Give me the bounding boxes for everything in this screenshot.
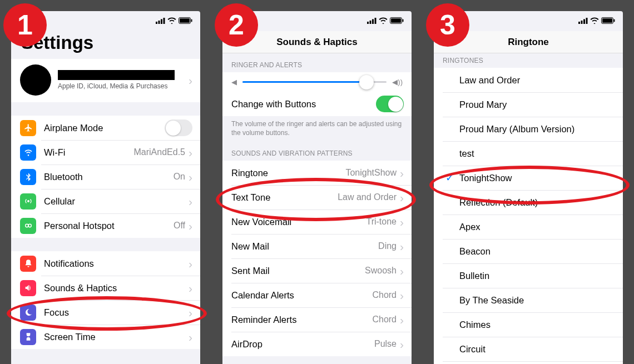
chevron-right-icon: › <box>400 192 404 203</box>
chevron-right-icon: › <box>400 167 404 179</box>
screentime-icon <box>20 329 36 345</box>
voicemail-row[interactable]: New Voicemail Tri-tone › <box>222 210 412 234</box>
newmail-row[interactable]: New Mail Ding › <box>222 234 412 258</box>
hotspot-label: Personal Hotspot <box>44 221 174 231</box>
calendar-row[interactable]: Calendar Alerts Chord › <box>222 283 412 307</box>
volume-slider-row[interactable]: ◀ ◀)) <box>222 72 412 92</box>
airplane-toggle[interactable] <box>165 119 192 136</box>
volume-slider[interactable] <box>242 81 387 83</box>
hotspot-row[interactable]: Personal Hotspot Off › <box>11 213 200 238</box>
ringtone-item-label: Reflection (Default) <box>459 197 615 208</box>
ringtone-label: Ringtone <box>231 168 345 178</box>
wifi-row[interactable]: Wi-Fi MariAndEd.5 › <box>11 140 200 164</box>
apple-id-row[interactable]: Apple ID, iCloud, Media & Purchases › <box>11 59 200 102</box>
sentmail-row[interactable]: Sent Mail Swoosh › <box>222 258 412 283</box>
chevron-right-icon: › <box>400 241 404 252</box>
chevron-right-icon: › <box>400 265 404 277</box>
svg-rect-18 <box>581 21 583 24</box>
svg-rect-6 <box>191 19 192 22</box>
reminder-value: Chord <box>372 315 397 325</box>
cellular-label: Cellular <box>44 196 189 207</box>
chevron-right-icon: › <box>400 216 404 228</box>
wifi-settings-icon <box>20 144 36 161</box>
focus-label: Focus <box>44 307 189 318</box>
ringtone-item[interactable]: Reflection (Default) <box>434 190 623 215</box>
chevron-right-icon: › <box>400 290 404 301</box>
ringtone-item[interactable]: test <box>434 141 623 166</box>
reminder-label: Reminder Alerts <box>231 315 372 325</box>
ringtone-item-label: Beacon <box>459 246 615 257</box>
step-badge-3: 3 <box>426 3 469 47</box>
change-with-buttons-row[interactable]: Change with Buttons <box>222 92 412 116</box>
chevron-right-icon: › <box>400 338 404 350</box>
chevron-right-icon: › <box>189 196 192 207</box>
ringtone-item[interactable]: Apex <box>434 215 623 239</box>
screentime-row[interactable]: Screen Time › <box>11 325 200 349</box>
svg-rect-3 <box>164 18 165 24</box>
ringtone-item[interactable]: By The Seaside <box>434 288 623 312</box>
focus-row[interactable]: Focus › <box>11 300 200 325</box>
sounds-haptics-screen: ‹ Sounds & Haptics RINGER AND ALERTS ◀ ◀… <box>222 11 412 364</box>
airdrop-row[interactable]: AirDrop Pulse › <box>222 332 412 356</box>
ringtone-item-label: Chimes <box>459 320 615 330</box>
calendar-value: Chord <box>372 290 397 300</box>
sounds-haptics-row[interactable]: Sounds & Haptics › <box>11 276 200 300</box>
ringtone-item[interactable]: Bulletin <box>434 263 623 288</box>
notifications-row[interactable]: Notifications › <box>11 251 200 276</box>
battery-icon <box>390 17 404 26</box>
ringtone-item-label: TonightShow <box>459 173 615 183</box>
avatar <box>20 64 51 96</box>
sentmail-label: Sent Mail <box>231 266 365 276</box>
ringtone-item-label: Apex <box>459 222 615 232</box>
ringtone-item[interactable]: Proud Mary <box>434 92 623 117</box>
newmail-value: Ding <box>378 241 397 251</box>
focus-icon <box>20 305 36 321</box>
svg-point-7 <box>27 200 29 202</box>
airdrop-value: Pulse <box>374 339 397 349</box>
bluetooth-row[interactable]: Bluetooth On › <box>11 164 200 189</box>
ringtone-item-label: test <box>459 148 615 159</box>
ringtone-item[interactable]: Law and Order <box>434 68 623 92</box>
svg-rect-15 <box>391 18 401 23</box>
ringtone-item[interactable]: ✓TonightShow <box>434 166 623 190</box>
ringtone-item-label: Bulletin <box>459 271 615 281</box>
wifi-icon <box>379 17 388 26</box>
airplane-mode-row[interactable]: Airplane Mode <box>11 116 200 140</box>
ringtone-item[interactable]: Proud Mary (Album Version) <box>434 117 623 141</box>
battery-icon <box>179 17 192 26</box>
volume-footer: The volume of the ringer and alerts can … <box>222 116 412 142</box>
ringtone-list: Law and OrderProud MaryProud Mary (Album… <box>434 68 623 364</box>
svg-rect-10 <box>367 22 369 24</box>
ringtone-item[interactable]: Constellation <box>434 361 623 364</box>
ringtone-item-label: Law and Order <box>459 75 615 86</box>
sounds-icon <box>20 280 36 296</box>
chevron-right-icon: › <box>189 220 192 232</box>
newmail-label: New Mail <box>231 241 378 252</box>
chevron-right-icon: › <box>189 171 192 183</box>
change-buttons-toggle[interactable] <box>376 96 404 112</box>
chevron-right-icon: › <box>400 314 404 326</box>
ringtone-row[interactable]: Ringtone TonightShow › <box>222 161 412 185</box>
ringtone-item-label: Proud Mary <box>459 99 615 110</box>
ringtone-item[interactable]: Circuit <box>434 337 623 361</box>
svg-rect-5 <box>180 18 190 23</box>
reminder-row[interactable]: Reminder Alerts Chord › <box>222 307 412 332</box>
ringtone-item-label: By The Seaside <box>459 295 615 306</box>
voicemail-label: New Voicemail <box>231 217 366 227</box>
checkmark-icon: ✓ <box>443 172 456 184</box>
texttone-row[interactable]: Text Tone Law and Order › <box>222 185 412 210</box>
signal-icon <box>367 17 377 26</box>
volume-high-icon: ◀)) <box>392 78 403 86</box>
chevron-right-icon: › <box>189 282 192 294</box>
ringtone-item[interactable]: Chimes <box>434 312 623 337</box>
svg-rect-16 <box>403 19 404 22</box>
slider-thumb[interactable] <box>359 75 374 89</box>
step-badge-2: 2 <box>215 3 258 47</box>
wifi-value: MariAndEd.5 <box>134 147 186 157</box>
bluetooth-icon <box>20 169 36 185</box>
svg-rect-0 <box>156 22 157 24</box>
ringtone-item[interactable]: Beacon <box>434 239 623 263</box>
cellular-row[interactable]: Cellular › <box>11 189 200 213</box>
airplane-label: Airplane Mode <box>44 123 165 133</box>
voicemail-value: Tri-tone <box>366 217 397 227</box>
